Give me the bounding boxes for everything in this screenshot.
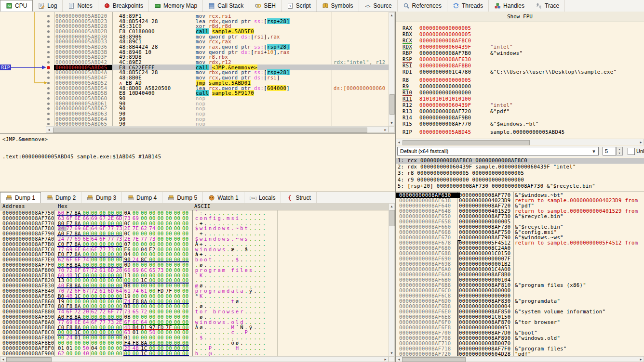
instruction-dot[interactable]	[47, 46, 50, 48]
instruction-dot[interactable]	[47, 71, 50, 74]
tab-dump-2[interactable]: Dump 2	[41, 192, 81, 204]
tab-dump-3[interactable]: Dump 3	[81, 192, 122, 204]
register-row[interactable]: RDX000000000060439F"intel"	[396, 44, 644, 50]
scroll-right-icon[interactable]	[383, 127, 388, 132]
instruction-dot[interactable]	[47, 25, 50, 27]
instruction-dot[interactable]	[47, 92, 50, 94]
tab-log[interactable]: Log	[33, 0, 63, 12]
tab-dump-1[interactable]: Dump 1	[0, 192, 41, 204]
register-row[interactable]: RCX00000000008AF8C0	[396, 38, 644, 44]
instruction-dot[interactable]	[47, 113, 50, 115]
instruction-dot[interactable]	[47, 118, 50, 120]
scroll-up-icon[interactable]	[389, 13, 394, 18]
register-row[interactable]: R1300000000008AF720&"pdf"	[396, 109, 644, 115]
register-row[interactable]: RBX0000000000000005	[396, 32, 644, 38]
instruction-dot[interactable]	[47, 77, 50, 79]
tab-threads[interactable]: Threads	[447, 0, 489, 12]
tab-call-stack[interactable]: Call Stack	[203, 0, 249, 12]
dump-byte[interactable]: 00	[66, 351, 75, 356]
scrollbar-thumb[interactable]	[6, 357, 52, 362]
register-row[interactable]: R100000000000000000	[396, 90, 644, 96]
dump-byte[interactable]: 40	[83, 351, 92, 356]
scrollbar-thumb[interactable]	[389, 94, 395, 115]
tab-references[interactable]: References	[398, 0, 447, 12]
tab-memory-map[interactable]: Memory Map	[149, 0, 203, 12]
instruction-dot[interactable]	[47, 20, 50, 23]
instruction-dot[interactable]	[47, 107, 50, 110]
show-fpu-button[interactable]: Show FPU	[396, 12, 644, 22]
scroll-left-icon[interactable]	[396, 357, 402, 362]
argument-row[interactable]: 1: rcx 00000000008AF8C0 00000000008AF8C0	[396, 158, 644, 164]
dump-vertical-scrollbar[interactable]	[389, 203, 395, 356]
scrollbar-thumb[interactable]	[53, 128, 367, 133]
scrollbar-thumb[interactable]	[402, 357, 466, 362]
disassembly-view[interactable]: RIP 00000000005ABD2048:89F1mov rcx,rsi00…	[0, 12, 389, 126]
argument-row[interactable]: 2: rdx 000000000060439F sample.000000000…	[396, 164, 644, 170]
scroll-right-icon[interactable]	[383, 357, 388, 362]
instruction-dot[interactable]	[47, 82, 50, 84]
tab-cpu[interactable]: 64CPU	[0, 0, 33, 12]
dump-byte[interactable]: 00	[99, 351, 108, 356]
stack-horizontal-scrollbar[interactable]	[396, 356, 644, 362]
current-instruction-breakpoint-dot[interactable]	[47, 66, 50, 69]
tab-notes[interactable]: Notes	[63, 0, 98, 12]
stack-view[interactable]: 00000000008AF63000000000008AF770&"$windo…	[396, 192, 644, 356]
tab-locals[interactable]: [x=]Locals	[244, 192, 282, 204]
dump-byte[interactable]: 62	[58, 351, 67, 356]
register-row[interactable]: RSP00000000008AF630	[396, 57, 644, 63]
tab-handles[interactable]: Handles	[489, 0, 530, 12]
instruction-dot[interactable]	[47, 40, 50, 43]
registers-horizontal-scrollbar[interactable]	[396, 139, 644, 145]
instruction-dot[interactable]	[47, 61, 50, 64]
tab-source[interactable]: <>Source	[359, 0, 398, 12]
tab-script[interactable]: sScript	[282, 0, 317, 12]
dump-ascii-char[interactable]: .	[262, 351, 267, 356]
argument-row[interactable]: 4: r9 0000000000000000 0000000000000000	[396, 177, 644, 183]
tab-trace[interactable]: Trace	[530, 0, 565, 12]
instruction-dot[interactable]	[47, 97, 50, 100]
scroll-down-icon[interactable]	[389, 350, 394, 356]
scrollbar-thumb[interactable]	[402, 140, 530, 145]
argument-count-stepper[interactable]: ▴▾	[616, 147, 623, 155]
dump-byte[interactable]: 00	[74, 351, 83, 356]
stack-row[interactable]: 00000000008AF7200000000000604D28"pdf"	[396, 351, 644, 356]
register-row[interactable]: RIP00000000005ABD45sample.00000000005ABD…	[396, 129, 644, 135]
register-row[interactable]: R12000000000060439F"intel"	[396, 103, 644, 108]
scroll-up-icon[interactable]	[389, 204, 394, 209]
tab-breakpoints[interactable]: Breakpoints	[98, 0, 149, 12]
tab-seh[interactable]: SEH	[249, 0, 282, 12]
scroll-left-icon[interactable]	[0, 357, 6, 362]
tab-watch-1[interactable]: Watch 1	[203, 192, 244, 204]
scroll-down-icon[interactable]	[389, 120, 394, 126]
dump-byte[interactable]: 00	[91, 351, 100, 356]
instruction-dot[interactable]	[47, 103, 50, 105]
dump-row[interactable]: 00000000008AF900620000400000000000001C00…	[0, 351, 389, 356]
argument-row[interactable]: 3: r8 0000000000000005 0000000000000005	[396, 170, 644, 176]
instruction-dot[interactable]	[47, 30, 50, 33]
scroll-left-icon[interactable]	[46, 127, 52, 132]
scroll-right-icon[interactable]	[638, 357, 644, 362]
disasm-vertical-scrollbar[interactable]	[389, 12, 395, 126]
argument-count-input[interactable]: 5	[603, 147, 616, 155]
register-row[interactable]: RBP00000000008AF7B0&"windows"	[396, 51, 644, 56]
instruction-dot[interactable]	[47, 36, 50, 38]
register-row[interactable]: R1500000000008AF770&"$windows.~bt"	[396, 121, 644, 127]
register-row[interactable]: R118101010101010100	[396, 96, 644, 102]
instruction-dot[interactable]	[47, 15, 50, 17]
disasm-horizontal-scrollbar[interactable]	[46, 126, 389, 133]
disasm-row[interactable]: 00000000005ABD6590nop	[0, 121, 389, 126]
dump-horizontal-scrollbar[interactable]	[0, 356, 389, 362]
calling-convention-select[interactable]: Default (x64 fastcall)	[397, 147, 599, 155]
register-row[interactable]: R1400000000008AF9B0	[396, 115, 644, 121]
tab-dump-4[interactable]: Dump 4	[122, 192, 162, 204]
register-row[interactable]: RAX0000000000000005	[396, 26, 644, 31]
instruction-dot[interactable]	[47, 56, 50, 58]
unlocked-checkbox[interactable]	[628, 148, 635, 155]
scroll-left-icon[interactable]	[396, 140, 402, 145]
tab-struct[interactable]: Struct	[281, 192, 316, 204]
register-row[interactable]: RDI00000000001C4780&"C:\\Users\\user\\De…	[396, 69, 644, 75]
argument-row[interactable]: 5: [rsp+20] 00000000008AF730 00000000008…	[396, 183, 644, 189]
register-row[interactable]: R80000000000000005	[396, 78, 644, 83]
instruction-dot[interactable]	[47, 51, 50, 53]
scroll-right-icon[interactable]	[638, 140, 644, 145]
